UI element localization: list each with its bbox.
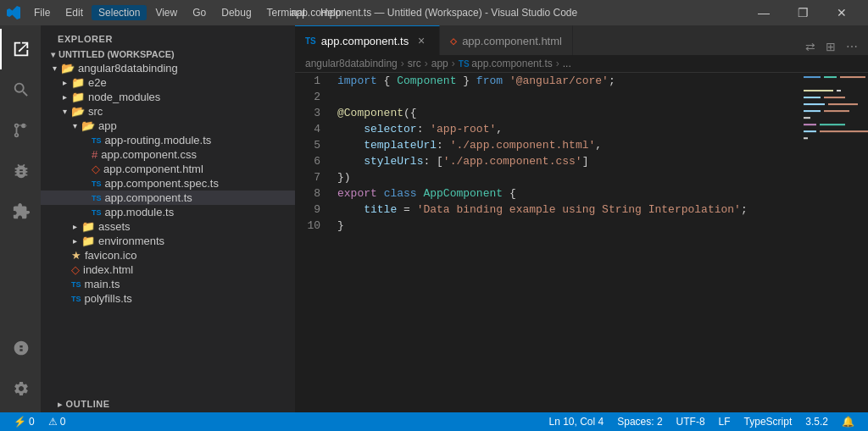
workspace-title: UNTITLED (WORKSPACE) bbox=[58, 49, 175, 59]
tab-1[interactable]: ◇app.component.html bbox=[440, 25, 573, 55]
tree-item-node_modules[interactable]: ▸📁node_modules bbox=[41, 90, 295, 104]
breadcrumb-separator: › bbox=[556, 58, 559, 69]
status-right-item[interactable]: 3.5.2 bbox=[798, 412, 835, 431]
activity-icons-top bbox=[0, 29, 41, 232]
close-button[interactable]: ✕ bbox=[822, 0, 861, 25]
tree-item-app-routing-module-ts[interactable]: TSapp-routing.module.ts bbox=[41, 133, 295, 147]
vscode-logo-icon bbox=[7, 6, 20, 19]
status-right-item[interactable]: UTF-8 bbox=[670, 412, 712, 431]
code-editor: 12345678910 import { Component } from '@… bbox=[295, 73, 868, 412]
token-plain: ({ bbox=[403, 105, 417, 121]
activity-icon-extensions[interactable] bbox=[0, 191, 41, 232]
tab-action-button[interactable]: ⋯ bbox=[843, 38, 861, 55]
activity-icon-source-control[interactable] bbox=[0, 110, 41, 151]
code-line-6: styleUrls: ['./app.component.css'] bbox=[337, 153, 800, 169]
tree-item-angular8databinding[interactable]: ▾📂angular8databinding bbox=[41, 61, 295, 75]
tree-item-environments[interactable]: ▸📁environments bbox=[41, 234, 295, 248]
activity-icon-accounts[interactable] bbox=[0, 328, 41, 368]
status-label: 0 bbox=[60, 416, 66, 428]
file-type-icon-folder-open: 📂 bbox=[71, 105, 85, 118]
file-type-icon-ts: TS bbox=[92, 194, 102, 202]
line-number-5: 5 bbox=[295, 137, 327, 153]
tree-item-label: angular8databinding bbox=[78, 62, 178, 75]
file-type-icon-css: # bbox=[92, 148, 97, 161]
menu-item-edit[interactable]: Edit bbox=[58, 5, 90, 20]
activity-icon-settings[interactable] bbox=[0, 368, 41, 409]
tree-item-app-component-css[interactable]: #app.component.css bbox=[41, 147, 295, 162]
title-bar-controls: — ❐ ✕ bbox=[744, 0, 861, 25]
status-right-item[interactable]: 🔔 bbox=[835, 412, 861, 431]
tab-icon: ◇ bbox=[450, 36, 457, 46]
tree-arrow-icon: ▸ bbox=[58, 92, 71, 102]
file-type-icon-ts: TS bbox=[92, 136, 102, 145]
breadcrumb-item-3[interactable]: TS app.component.ts bbox=[459, 58, 553, 69]
tab-action-button[interactable]: ⇄ bbox=[802, 38, 819, 55]
menu-item-file[interactable]: File bbox=[27, 5, 57, 20]
status-bar: ⚡0⚠0Ln 10, Col 4Spaces: 2UTF-8LFTypeScri… bbox=[0, 412, 868, 431]
breadcrumb-item-2[interactable]: app bbox=[431, 58, 448, 69]
tree-item-assets[interactable]: ▸📁assets bbox=[41, 219, 295, 234]
token-plain bbox=[417, 185, 424, 202]
breadcrumb-separator: › bbox=[425, 58, 428, 69]
outline-header[interactable]: ▸ OUTLINE bbox=[41, 395, 295, 412]
line-number-3: 3 bbox=[295, 105, 327, 121]
tab-0[interactable]: TSapp.component.ts× bbox=[295, 25, 440, 55]
tree-item-app-component-ts[interactable]: TSapp.component.ts bbox=[41, 191, 295, 205]
status-right-item[interactable]: TypeScript bbox=[737, 412, 799, 431]
outline-label: OUTLINE bbox=[66, 399, 110, 409]
token-kw2: export bbox=[337, 185, 377, 202]
minimize-button[interactable]: — bbox=[744, 0, 783, 25]
menu-item-selection[interactable]: Selection bbox=[92, 5, 147, 20]
file-type-icon-folder-open: 📂 bbox=[81, 119, 95, 132]
breadcrumb-item-1[interactable]: src bbox=[408, 58, 421, 69]
breadcrumb-item-0[interactable]: angular8databinding bbox=[305, 58, 398, 69]
file-type-icon-folder-closed: 📁 bbox=[81, 235, 95, 247]
tree-item-app-component-spec-ts[interactable]: TSapp.component.spec.ts bbox=[41, 176, 295, 191]
tab-label: app.component.html bbox=[462, 35, 562, 47]
activity-icon-explorer[interactable] bbox=[0, 29, 41, 69]
file-type-icon-folder-closed: 📁 bbox=[71, 76, 85, 89]
tab-action-button[interactable]: ⊞ bbox=[822, 38, 839, 55]
token-plain bbox=[377, 185, 384, 202]
line-number-1: 1 bbox=[295, 73, 327, 89]
breadcrumb-separator: › bbox=[401, 58, 404, 69]
token-str: 'Data binding example using String Inter… bbox=[417, 202, 741, 218]
file-type-icon-folder-open: 📂 bbox=[61, 62, 75, 75]
tree-item-label: main.ts bbox=[85, 278, 120, 290]
code-line-9: title = 'Data binding example using Stri… bbox=[337, 202, 800, 218]
status-right-item[interactable]: Spaces: 2 bbox=[610, 412, 669, 431]
tree-item-index-html[interactable]: ◇index.html bbox=[41, 262, 295, 277]
status-item-0[interactable]: ⚠0 bbox=[42, 412, 73, 431]
workspace-header[interactable]: ▾ UNTITLED (WORKSPACE) bbox=[41, 47, 295, 61]
breadcrumb-item-4[interactable]: ... bbox=[563, 58, 571, 69]
tree-arrow-icon: ▸ bbox=[68, 222, 81, 231]
tree-item-favicon-ico[interactable]: ★favicon.ico bbox=[41, 248, 295, 262]
code-line-4: selector: 'app-root', bbox=[337, 121, 800, 137]
tree-item-src[interactable]: ▾📂src bbox=[41, 104, 295, 119]
menu-item-debug[interactable]: Debug bbox=[214, 5, 258, 20]
tree-item-main-ts[interactable]: TSmain.ts bbox=[41, 277, 295, 291]
tab-icon: TS bbox=[305, 36, 316, 46]
outline-arrow-icon: ▸ bbox=[58, 400, 63, 409]
token-str: './app.component.html' bbox=[450, 137, 596, 153]
tree-item-app-component-html[interactable]: ◇app.component.html bbox=[41, 162, 295, 176]
menu-item-go[interactable]: Go bbox=[186, 5, 213, 20]
tree-item-e2e[interactable]: ▸📁e2e bbox=[41, 75, 295, 90]
file-type-icon-ts: TS bbox=[71, 295, 81, 303]
breadcrumb-text: app.component.ts bbox=[471, 58, 552, 69]
tree-item-app[interactable]: ▾📂app bbox=[41, 119, 295, 133]
activity-icon-debug[interactable] bbox=[0, 151, 41, 191]
status-right-item[interactable]: LF bbox=[712, 412, 737, 431]
activity-icon-search[interactable] bbox=[0, 69, 41, 110]
status-item-0[interactable]: ⚡0 bbox=[7, 412, 42, 431]
tab-close-icon[interactable]: × bbox=[414, 33, 429, 48]
code-content[interactable]: import { Component } from '@angular/core… bbox=[337, 73, 800, 412]
maximize-button[interactable]: ❐ bbox=[783, 0, 822, 25]
code-line-8: export class AppComponent { bbox=[337, 185, 800, 202]
tree-item-app-module-ts[interactable]: TSapp.module.ts bbox=[41, 205, 295, 219]
menu-item-view[interactable]: View bbox=[148, 5, 184, 20]
tree-item-polyfills-ts[interactable]: TSpolyfills.ts bbox=[41, 291, 295, 306]
status-right-item[interactable]: Ln 10, Col 4 bbox=[542, 412, 610, 431]
app-container: EXPLORER ▾ UNTITLED (WORKSPACE) ▾📂angula… bbox=[0, 25, 868, 431]
token-plain: } bbox=[456, 73, 476, 89]
